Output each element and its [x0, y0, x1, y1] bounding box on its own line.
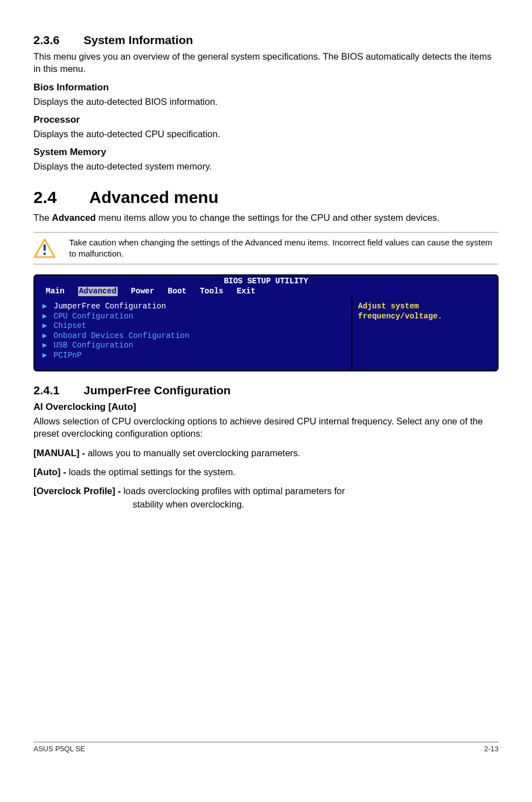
opt-oc-label: [Overclock Profile] -: [33, 486, 123, 496]
text-24-intro-bold: Advanced: [52, 212, 96, 223]
svg-point-2: [43, 253, 46, 255]
heading-236-title: System Information: [84, 33, 193, 46]
triangle-right-icon: ▶: [42, 312, 49, 322]
bios-item-cpu: CPU Configuration: [54, 312, 133, 322]
heading-24-num: 2.4: [33, 188, 89, 207]
opt-manual-text: allows you to manually set overclocking …: [88, 448, 301, 458]
triangle-right-icon: ▶: [42, 351, 49, 361]
bios-tab-boot: Boot: [168, 287, 187, 297]
page-footer: ASUS P5QL SE 2-13: [33, 742, 499, 753]
bios-help-panel: Adjust system frequency/voltage.: [352, 297, 497, 370]
bios-item-jumperfree: JumperFree Configuration: [54, 302, 166, 312]
heading-241-title: JumperFree Configuration: [84, 384, 231, 397]
text-system-memory: Displays the auto-detected system memory…: [33, 160, 499, 172]
bios-tab-exit: Exit: [236, 287, 255, 297]
text-bios-information: Displays the auto-detected BIOS informat…: [33, 95, 499, 108]
warning-icon: [33, 238, 56, 258]
triangle-right-icon: ▶: [42, 341, 49, 351]
footer-page-number: 2-13: [484, 745, 499, 753]
heading-241-num: 2.4.1: [33, 384, 84, 397]
triangle-right-icon: ▶: [42, 321, 49, 331]
heading-ai-overclocking: AI Overclocking [Auto]: [33, 402, 499, 413]
opt-manual: [MANUAL] - allows you to manually set ov…: [33, 447, 499, 459]
bios-tab-bar: Main Advanced Power Boot Tools Exit: [35, 287, 497, 298]
opt-auto: [Auto] - loads the optimal settings for …: [33, 466, 499, 478]
text-ai-overclocking: Allows selection of CPU overclocking opt…: [33, 415, 499, 440]
bios-tab-main: Main: [46, 287, 65, 297]
svg-rect-1: [43, 244, 46, 251]
bios-item-pcipnp: PCIPnP: [54, 351, 81, 361]
triangle-right-icon: ▶: [42, 302, 49, 312]
footer-model: ASUS P5QL SE: [33, 745, 85, 753]
bios-item-usb: USB Configuration: [54, 341, 133, 351]
bios-help-line1: Adjust system: [358, 302, 492, 312]
bios-title: BIOS SETUP UTILITY: [35, 276, 497, 287]
heading-system-memory: System Memory: [33, 147, 499, 158]
bios-tab-advanced: Advanced: [78, 287, 118, 297]
opt-oc-text1: loads overclocking profiles with optimal…: [123, 486, 345, 496]
opt-oc-text2: stability when overclocking.: [133, 498, 499, 510]
opt-auto-label: [Auto] -: [33, 467, 69, 477]
bios-item-onboard: Onboard Devices Configuration: [54, 331, 190, 341]
opt-overclock-profile: [Overclock Profile] - loads overclocking…: [33, 485, 499, 497]
opt-manual-label: [MANUAL] -: [33, 448, 88, 458]
heading-processor: Processor: [33, 114, 499, 125]
note-caution-text: Take caution when changing the settings …: [69, 237, 499, 260]
note-caution: Take caution when changing the settings …: [33, 232, 499, 265]
bios-tab-power: Power: [131, 287, 154, 297]
heading-24-title: Advanced menu: [89, 188, 219, 206]
text-processor: Displays the auto-detected CPU specifica…: [33, 128, 499, 140]
heading-236-num: 2.3.6: [33, 33, 84, 47]
text-24-intro: The Advanced menu items allow you to cha…: [33, 211, 499, 224]
triangle-right-icon: ▶: [42, 331, 49, 341]
bios-tab-tools: Tools: [200, 287, 223, 297]
text-236-intro: This menu gives you an overview of the g…: [33, 50, 499, 75]
bios-screenshot: BIOS SETUP UTILITY Main Advanced Power B…: [33, 274, 499, 371]
heading-bios-information: Bios Information: [33, 82, 499, 93]
heading-236: 2.3.6System Information: [33, 33, 499, 47]
heading-241: 2.4.1JumperFree Configuration: [33, 384, 499, 397]
text-24-intro-pre: The: [33, 212, 52, 223]
heading-24: 2.4Advanced menu: [33, 188, 499, 207]
bios-item-chipset: Chipset: [54, 321, 86, 331]
bios-help-line2: frequency/voltage.: [358, 312, 492, 322]
opt-auto-text: loads the optimal settings for the syste…: [69, 467, 235, 477]
bios-menu-panel: ▶JumperFree Configuration ▶CPU Configura…: [35, 297, 352, 370]
text-24-intro-post: menu items allow you to change the setti…: [96, 212, 439, 223]
